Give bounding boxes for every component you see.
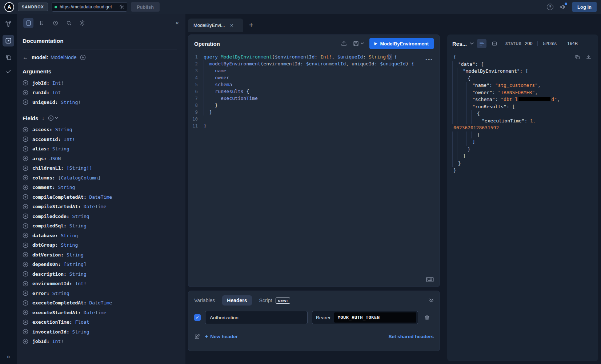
keyboard-shortcuts-button[interactable]	[426, 277, 434, 282]
login-button[interactable]: Log in	[572, 2, 597, 12]
field-type[interactable]: DateTime	[84, 204, 107, 209]
add-circle-icon[interactable]	[23, 80, 28, 86]
share-icon[interactable]	[341, 40, 347, 47]
add-tab-icon[interactable]: +	[249, 21, 253, 29]
add-circle-icon[interactable]	[23, 319, 28, 325]
tab-headers[interactable]: Headers	[222, 295, 252, 306]
field-type[interactable]: DateTime	[84, 310, 107, 315]
chevrons-collapse-icon[interactable]	[429, 298, 434, 303]
add-circle-icon[interactable]	[23, 194, 28, 200]
checklist-icon[interactable]	[5, 68, 12, 75]
add-circle-icon[interactable]	[23, 127, 28, 133]
add-circle-icon[interactable]	[23, 99, 28, 105]
operation-tab[interactable]: ModelByEnvi... ×	[188, 19, 243, 32]
add-circle-icon[interactable]	[23, 175, 28, 181]
copy-icon[interactable]	[574, 54, 580, 60]
code-line[interactable]: 4 owner	[188, 74, 440, 81]
graphql-editor[interactable]: 1query ModelByEnvironment($environmentId…	[188, 52, 440, 287]
field-type[interactable]: String	[52, 291, 69, 296]
add-all-fields-button[interactable]	[48, 115, 58, 121]
field-type[interactable]: String	[67, 252, 84, 258]
new-header-button[interactable]: + New header	[205, 334, 238, 340]
field-type[interactable]: Int!	[64, 137, 75, 142]
save-button[interactable]	[353, 40, 364, 47]
run-operation-button[interactable]: ▶ ModelByEnvironment	[369, 38, 434, 49]
auth-token-field[interactable]: YOUR_AUTH_TOKEN	[334, 312, 416, 323]
apollo-logo[interactable]: A	[4, 2, 14, 12]
add-circle-icon[interactable]	[23, 339, 28, 344]
set-shared-headers-link[interactable]: Set shared headers	[388, 334, 434, 339]
field-type[interactable]: DateTime	[89, 194, 112, 200]
doc-field-row[interactable]: dbtVersion: String	[23, 250, 177, 260]
code-line[interactable]: 5 schema	[188, 81, 440, 88]
doc-field-row[interactable]: executionTime: Float	[23, 318, 177, 327]
tab-search[interactable]	[64, 18, 74, 28]
help-icon[interactable]: ?	[547, 4, 553, 10]
add-circle-icon[interactable]	[23, 223, 28, 229]
endpoint-url[interactable]: https://metadata.cloud.get	[60, 4, 117, 9]
tab-documentation[interactable]	[23, 18, 33, 28]
add-circle-icon[interactable]	[23, 90, 28, 96]
code-line[interactable]: 11}	[188, 122, 440, 129]
back-arrow-icon[interactable]: ←	[23, 54, 28, 60]
clone-icon[interactable]	[5, 54, 12, 61]
close-icon[interactable]: ×	[230, 23, 233, 28]
graph-icon[interactable]	[5, 20, 12, 28]
code-line[interactable]: 7 executionTime	[188, 95, 440, 102]
doc-field-row[interactable]: comment: String	[23, 183, 177, 193]
field-type[interactable]: Int	[52, 90, 61, 95]
add-circle-icon[interactable]	[23, 281, 28, 287]
code-line[interactable]: 9 }	[188, 109, 440, 116]
add-circle-icon[interactable]	[23, 232, 28, 238]
download-icon[interactable]	[586, 54, 592, 60]
doc-field-row[interactable]: uniqueId: String!	[23, 97, 177, 107]
field-type[interactable]: String	[58, 185, 75, 190]
tab-saved[interactable]	[37, 18, 47, 28]
field-type[interactable]: String	[61, 233, 78, 238]
field-type[interactable]: String!	[61, 100, 81, 105]
add-circle-icon[interactable]	[23, 185, 28, 190]
doc-field-row[interactable]: description: String	[23, 269, 177, 279]
add-circle-icon[interactable]	[23, 242, 28, 248]
add-circle-icon[interactable]	[23, 262, 28, 267]
add-circle-icon[interactable]	[23, 213, 28, 219]
doc-field-row[interactable]: executeCompletedAt: DateTime	[23, 298, 177, 308]
doc-field-row[interactable]: environmentId: Int!	[23, 279, 177, 289]
field-type[interactable]: String	[55, 127, 72, 132]
code-line[interactable]: 1query ModelByEnvironment($environmentId…	[188, 53, 440, 60]
checkbox-checked-icon[interactable]: ✓	[194, 314, 201, 321]
add-circle-icon[interactable]	[23, 329, 28, 335]
header-key-input[interactable]: Authorization	[205, 311, 308, 324]
field-type[interactable]: Float	[75, 319, 89, 325]
publish-button[interactable]: Publish	[131, 2, 160, 12]
code-line[interactable]: 6 runResults {	[188, 88, 440, 95]
view-table-button[interactable]	[490, 39, 499, 48]
field-type[interactable]: String	[72, 214, 89, 219]
add-circle-icon[interactable]	[23, 300, 28, 306]
field-type[interactable]: String	[52, 146, 69, 151]
field-type[interactable]: Int!	[52, 339, 64, 344]
field-type[interactable]: DateTime	[89, 300, 112, 306]
field-type[interactable]: String	[61, 242, 78, 248]
tab-variables[interactable]: Variables	[194, 298, 215, 303]
add-circle-icon[interactable]	[23, 136, 28, 142]
field-type[interactable]: String	[72, 329, 89, 335]
doc-field-row[interactable]: invocationId: String	[23, 327, 177, 337]
add-circle-icon[interactable]	[23, 252, 28, 258]
code-line[interactable]: 3 name	[188, 67, 440, 74]
tab-script[interactable]: Script	[259, 298, 272, 303]
document-edit-icon[interactable]	[194, 333, 200, 340]
breadcrumb-type[interactable]: ModelNode	[51, 54, 77, 60]
field-type[interactable]: String	[69, 223, 87, 228]
add-circle-icon[interactable]	[80, 54, 86, 60]
field-type[interactable]: Int!	[75, 281, 86, 286]
doc-field-row[interactable]: childrenL1: [String!]	[23, 163, 177, 173]
doc-field-row[interactable]: accountId: Int!	[23, 134, 177, 144]
doc-field-row[interactable]: database: String	[23, 231, 177, 240]
doc-field-row[interactable]: alias: String	[23, 144, 177, 154]
view-prettified-button[interactable]	[477, 39, 486, 48]
chevron-down-icon[interactable]	[470, 43, 474, 45]
code-line[interactable]: 8 }	[188, 102, 440, 109]
doc-field-row[interactable]: columns: [CatalogColumn]	[23, 173, 177, 183]
tab-schema-settings[interactable]	[77, 18, 87, 28]
